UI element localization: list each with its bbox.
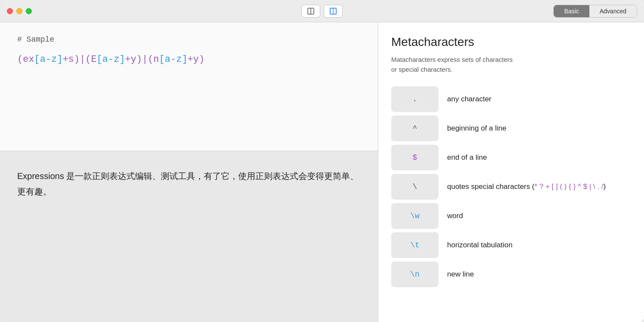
meta-key-tab: \t — [391, 232, 439, 258]
meta-desc-tab: horizontal tabulation — [447, 240, 512, 250]
regex-part-1: (ex — [17, 54, 34, 65]
meta-key-newline: \n — [391, 261, 439, 287]
meta-item-word[interactable]: \w word — [391, 203, 631, 229]
meta-item-caret[interactable]: ^ beginning of a line — [391, 115, 631, 141]
mode-tabs: Basic Advanced — [553, 5, 637, 18]
meta-item-dollar[interactable]: $ end of a line — [391, 145, 631, 170]
minimize-button[interactable] — [16, 8, 22, 14]
meta-desc-dot: any character — [447, 94, 491, 104]
regex-part-4: [a-z] — [97, 54, 125, 65]
regex-part-5: +y)|(n — [125, 54, 159, 65]
meta-item-newline[interactable]: \n new line — [391, 261, 631, 287]
left-panel: # Sample (ex[a-z]+s)|(E[a-z]+y)|(n[a-z]+… — [0, 22, 378, 322]
meta-key-word: \w — [391, 203, 439, 229]
close-button[interactable] — [7, 8, 13, 14]
editor-area[interactable]: # Sample (ex[a-z]+s)|(E[a-z]+y)|(n[a-z]+… — [0, 22, 378, 151]
sample-text: Expressions 是一款正则表达式编辑、测试工具，有了它，使用正则表达式会… — [17, 168, 361, 199]
editor-comment: # Sample — [17, 35, 361, 44]
meta-item-tab[interactable]: \t horizontal tabulation — [391, 232, 631, 258]
right-panel: Metacharacters Matacharacters express se… — [378, 22, 644, 322]
panel-title: Metacharacters — [391, 35, 631, 49]
panel-description: Matacharacters express sets of character… — [391, 55, 631, 74]
maximize-button[interactable] — [26, 8, 32, 14]
titlebar: Basic Advanced — [0, 0, 644, 22]
split-pane-button[interactable] — [324, 5, 343, 18]
meta-key-backslash: \ — [391, 174, 439, 200]
meta-desc-dollar: end of a line — [447, 152, 487, 163]
meta-key-dot: . — [391, 86, 439, 112]
editor-regex: (ex[a-z]+s)|(E[a-z]+y)|(n[a-z]+y) — [17, 52, 361, 67]
meta-desc-word: word — [447, 211, 463, 221]
meta-desc-backslash: quotes special characters (* ? + [ ] ( )… — [447, 182, 606, 192]
meta-item-backslash[interactable]: \ quotes special characters (* ? + [ ] (… — [391, 174, 631, 200]
regex-part-2: [a-z] — [34, 54, 63, 65]
metacharacter-list: . any character ^ beginning of a line $ … — [391, 86, 631, 287]
sample-area: Expressions 是一款正则表达式编辑、测试工具，有了它，使用正则表达式会… — [0, 151, 378, 322]
tab-basic[interactable]: Basic — [554, 5, 589, 17]
regex-part-7: +y) — [187, 54, 205, 65]
tab-advanced[interactable]: Advanced — [589, 5, 637, 17]
traffic-lights — [7, 8, 32, 14]
view-toggle — [301, 5, 343, 18]
meta-key-dollar: $ — [391, 145, 439, 170]
regex-part-6: [a-z] — [159, 54, 187, 65]
meta-desc-newline: new line — [447, 269, 474, 279]
main-content: # Sample (ex[a-z]+s)|(E[a-z]+y)|(n[a-z]+… — [0, 22, 644, 322]
regex-part-3: +s)|(E — [63, 54, 97, 65]
meta-desc-caret: beginning of a line — [447, 123, 506, 134]
meta-item-dot[interactable]: . any character — [391, 86, 631, 112]
single-pane-button[interactable] — [301, 5, 320, 18]
meta-key-caret: ^ — [391, 115, 439, 141]
special-chars-highlight: * ? + [ ] ( ) { } ^ $ | \ . / — [534, 182, 603, 191]
app-window: Basic Advanced # Sample (ex[a-z]+s)|(E[a… — [0, 0, 644, 322]
